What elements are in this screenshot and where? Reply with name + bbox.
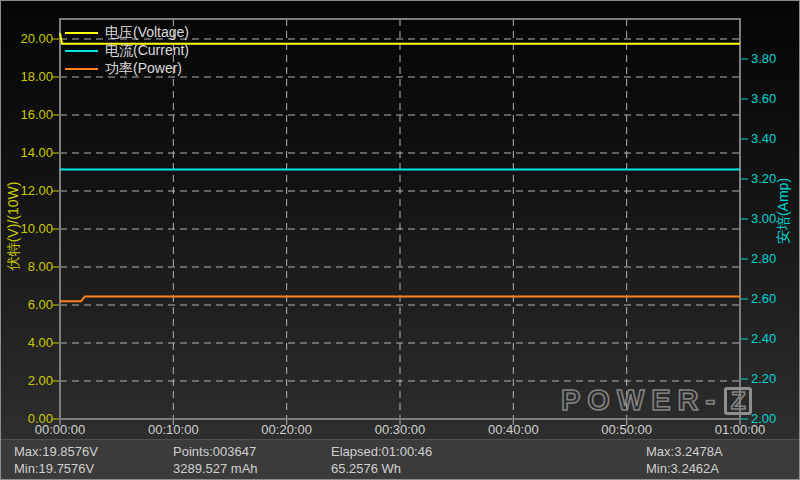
brand-logo-z-icon: Z — [724, 387, 752, 415]
left-axis-tick-label: 2.00 — [1, 373, 53, 389]
right-axis-tick-label: 2.80 — [751, 251, 776, 267]
legend-swatch-power — [65, 68, 98, 70]
left-axis-tick-label: 14.00 — [1, 145, 53, 161]
right-axis-tick-label: 3.00 — [751, 211, 776, 227]
legend-item-voltage[interactable]: 电压(Voltage) — [65, 24, 189, 42]
x-axis-tick-label: 00:10:00 — [128, 422, 218, 437]
legend-item-current[interactable]: 电流(Current) — [65, 42, 189, 60]
legend-item-power[interactable]: 功率(Power) — [65, 60, 189, 78]
left-axis-tick-label: 4.00 — [1, 335, 53, 351]
legend: 电压(Voltage)电流(Current)功率(Power) — [65, 24, 189, 78]
right-axis-tick-label: 3.20 — [751, 171, 776, 187]
status-voltage: Max:19.8576V Min:19.7576V — [14, 443, 98, 477]
right-axis-tick-label: 2.60 — [751, 291, 776, 307]
brand-logo-text: POWER- — [561, 384, 722, 417]
left-axis-tick-label: 12.00 — [1, 183, 53, 199]
status-capacity: 3289.527 mAh — [173, 460, 258, 477]
right-axis-tick-label: 2.40 — [751, 331, 776, 347]
right-axis-tick-label: 3.60 — [751, 91, 776, 107]
status-elapsed-energy: Elapsed:01:00:46 65.2576 Wh — [331, 443, 432, 477]
status-energy: 65.2576 Wh — [331, 460, 432, 477]
x-axis-tick-label: 00:20:00 — [242, 422, 332, 437]
right-axis-tick-label: 3.40 — [751, 131, 776, 147]
legend-swatch-current — [65, 50, 98, 52]
x-axis-tick-label: 00:30:00 — [355, 422, 445, 437]
left-axis-tick-label: 10.00 — [1, 221, 53, 237]
right-axis-title: 安培(Amp) — [775, 178, 793, 244]
left-axis-tick-label: 8.00 — [1, 259, 53, 275]
status-current-max: Max:3.2478A — [646, 443, 723, 460]
x-axis-tick-label: 00:50:00 — [582, 422, 672, 437]
status-points-capacity: Points:003647 3289.527 mAh — [173, 443, 258, 477]
status-current-min: Min:3.2462A — [646, 460, 723, 477]
status-bar: Max:19.8576V Min:19.7576V Points:003647 … — [1, 439, 800, 480]
status-voltage-min: Min:19.7576V — [14, 460, 98, 477]
legend-label-voltage: 电压(Voltage) — [105, 24, 189, 42]
x-axis-tick-label: 00:00:00 — [15, 422, 105, 437]
brand-logo: POWER- Z — [561, 385, 752, 416]
legend-label-current: 电流(Current) — [105, 42, 189, 60]
left-axis-tick-label: 6.00 — [1, 297, 53, 313]
status-voltage-max: Max:19.8576V — [14, 443, 98, 460]
status-current: Max:3.2478A Min:3.2462A — [646, 443, 723, 477]
legend-label-power: 功率(Power) — [105, 60, 182, 78]
power-z-chart-window: 伏特(V)/(10W) 安培(Amp) 电压(Voltage)电流(Curren… — [0, 0, 800, 480]
right-axis-tick-label: 3.80 — [751, 51, 776, 67]
left-axis-tick-label: 20.00 — [1, 31, 53, 47]
chart-area: 伏特(V)/(10W) 安培(Amp) 电压(Voltage)电流(Curren… — [1, 1, 800, 439]
left-axis-tick-label: 18.00 — [1, 69, 53, 85]
status-points: Points:003647 — [173, 443, 258, 460]
status-elapsed: Elapsed:01:00:46 — [331, 443, 432, 460]
right-axis-tick-label: 2.20 — [751, 371, 776, 387]
x-axis-tick-label: 01:00:00 — [695, 422, 785, 437]
x-axis-tick-label: 00:40:00 — [468, 422, 558, 437]
legend-swatch-voltage — [65, 32, 98, 34]
left-axis-tick-label: 16.00 — [1, 107, 53, 123]
